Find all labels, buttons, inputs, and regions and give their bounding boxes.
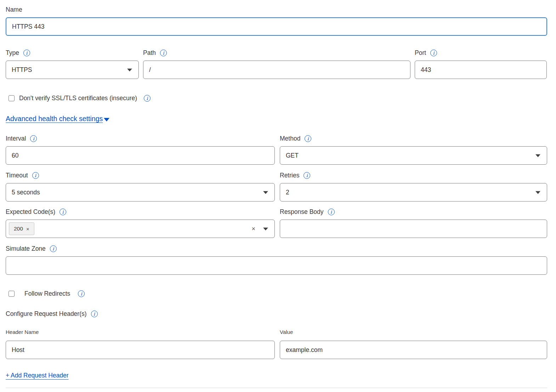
expected-code-tag: 200 ×: [9, 222, 34, 235]
expected-codes-field: Expected Code(s) i 200 × ×: [6, 208, 275, 238]
interval-label: Interval: [6, 135, 26, 142]
port-label: Port: [415, 49, 426, 57]
type-select[interactable]: HTTPS: [6, 61, 139, 79]
header-value-field: Value: [280, 328, 547, 359]
follow-redirects-label: Follow Redirects: [24, 290, 70, 297]
timeout-label: Timeout: [6, 172, 28, 179]
name-label: Name: [6, 6, 22, 13]
method-select-value: GET: [286, 152, 299, 159]
simulate-zone-label: Simulate Zone: [6, 245, 46, 252]
chevron-down-icon: [535, 191, 540, 194]
info-icon[interactable]: i: [305, 135, 311, 142]
name-field: Name: [6, 6, 547, 36]
info-icon[interactable]: i: [328, 209, 335, 215]
path-label: Path: [143, 49, 156, 57]
header-value-label: Value: [280, 329, 293, 335]
timeout-select-value: 5 seconds: [12, 189, 40, 196]
advanced-settings-row: Advanced health check settings: [6, 115, 547, 123]
interval-method-row: Interval i Method i GET: [6, 135, 547, 165]
health-check-form: Name Type i HTTPS Path i Port i: [0, 0, 556, 392]
expected-codes-label: Expected Code(s): [6, 208, 55, 216]
info-icon[interactable]: i: [303, 172, 310, 179]
info-icon[interactable]: i: [430, 50, 437, 56]
header-name-label: Header Name: [6, 329, 39, 335]
method-field: Method i GET: [280, 135, 547, 165]
expected-codes-multiselect[interactable]: 200 × ×: [6, 220, 275, 238]
chevron-down-icon: [263, 191, 268, 194]
method-label: Method: [280, 135, 300, 142]
info-icon[interactable]: i: [160, 50, 167, 56]
response-body-input[interactable]: [280, 220, 547, 238]
follow-redirects-row: Follow Redirects i: [6, 290, 547, 297]
response-body-field: Response Body i: [280, 208, 547, 238]
chevron-down-icon: [127, 69, 132, 72]
clear-icon[interactable]: ×: [251, 226, 255, 232]
timeout-select[interactable]: 5 seconds: [6, 183, 275, 201]
info-icon[interactable]: i: [23, 50, 30, 56]
type-select-value: HTTPS: [12, 66, 32, 74]
header-name-field: Header Name: [6, 328, 275, 359]
path-input[interactable]: [143, 61, 410, 79]
port-field: Port i: [415, 49, 547, 79]
divider: [6, 388, 547, 388]
timeout-field: Timeout i 5 seconds: [6, 171, 275, 201]
info-icon[interactable]: i: [91, 311, 98, 317]
ssl-verify-label: Don't verify SSL/TLS certificates (insec…: [19, 95, 137, 102]
path-field: Path i: [143, 49, 410, 79]
header-row: Header Name Value: [6, 328, 547, 359]
request-headers-heading: Configure Request Header(s) i: [6, 310, 547, 318]
header-value-input[interactable]: [280, 341, 547, 359]
method-select[interactable]: GET: [280, 146, 547, 165]
chevron-down-icon[interactable]: [104, 118, 109, 121]
type-field: Type i HTTPS: [6, 49, 139, 79]
request-headers-label: Configure Request Header(s): [6, 310, 87, 318]
timeout-retries-row: Timeout i 5 seconds Retries i 2: [6, 171, 547, 201]
info-icon[interactable]: i: [30, 135, 37, 142]
advanced-settings-link[interactable]: Advanced health check settings: [6, 115, 103, 123]
info-icon[interactable]: i: [144, 95, 151, 102]
add-request-header-link[interactable]: + Add Request Header: [6, 372, 69, 379]
response-body-label: Response Body: [280, 208, 324, 216]
retries-select-value: 2: [286, 189, 289, 196]
retries-select[interactable]: 2: [280, 183, 547, 201]
type-label: Type: [6, 49, 19, 57]
info-icon[interactable]: i: [32, 172, 39, 179]
type-path-port-row: Type i HTTPS Path i Port i: [6, 49, 547, 79]
ssl-verify-row: Don't verify SSL/TLS certificates (insec…: [6, 95, 547, 102]
info-icon[interactable]: i: [50, 245, 57, 252]
remove-tag-icon[interactable]: ×: [26, 226, 29, 232]
retries-label: Retries: [280, 172, 299, 179]
interval-field: Interval i: [6, 135, 275, 165]
interval-input[interactable]: [6, 146, 275, 165]
port-input[interactable]: [415, 61, 547, 79]
expected-code-tag-value: 200: [14, 226, 23, 232]
chevron-down-icon[interactable]: [263, 228, 268, 231]
header-name-input[interactable]: [6, 341, 275, 359]
follow-redirects-checkbox[interactable]: [8, 291, 15, 297]
codes-body-row: Expected Code(s) i 200 × × Response Body…: [6, 208, 547, 238]
info-icon[interactable]: i: [59, 209, 66, 215]
ssl-verify-checkbox[interactable]: [8, 95, 15, 101]
name-input[interactable]: [6, 17, 547, 36]
simulate-zone-input[interactable]: [6, 256, 547, 275]
retries-field: Retries i 2: [280, 171, 547, 201]
simulate-zone-field: Simulate Zone i: [6, 245, 547, 275]
chevron-down-icon: [535, 154, 540, 157]
info-icon[interactable]: i: [78, 290, 85, 297]
